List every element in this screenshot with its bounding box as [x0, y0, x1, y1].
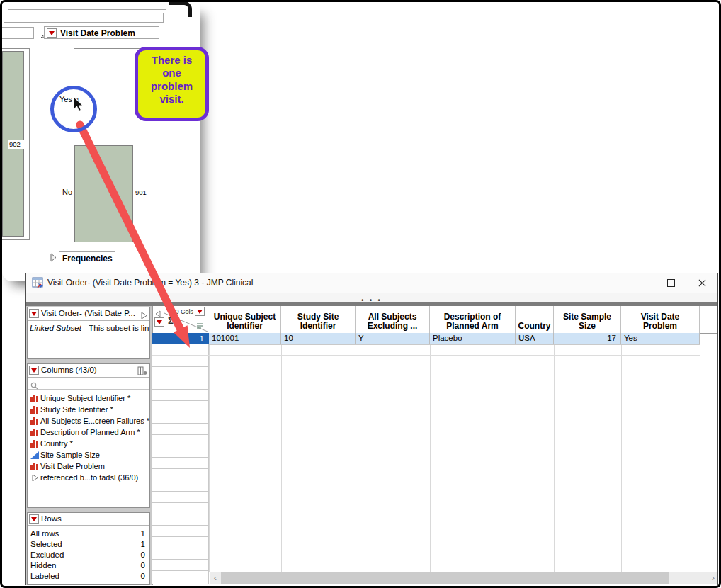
column-item-label: Study Site Identifier *: [40, 405, 113, 414]
red-triangle-menu-icon[interactable]: [29, 309, 39, 318]
minimize-button[interactable]: [624, 273, 655, 293]
table-panel-header[interactable]: Visit Order- (Visit Date P...: [28, 307, 149, 321]
window-title: Visit Order- (Visit Date Problem = Yes) …: [47, 273, 253, 293]
row-order-icon[interactable]: [196, 320, 205, 332]
cell-country[interactable]: USA: [516, 333, 554, 344]
cell-all-subjects-excluding[interactable]: Y: [356, 333, 430, 344]
frequencies-box[interactable]: Frequencies: [59, 251, 115, 264]
columns-view-icon[interactable]: [137, 366, 147, 378]
nominal-column-icon: [29, 462, 40, 470]
red-triangle-menu-icon[interactable]: [29, 514, 39, 524]
column-header-label: Description of Planned Arm: [444, 312, 501, 331]
adjacent-bar-label-bg: 902: [8, 140, 26, 149]
column-item-label: Country *: [40, 439, 73, 448]
cell-site-sample-size[interactable]: 17: [554, 333, 621, 344]
grid-line: [554, 344, 555, 572]
table-row[interactable]: 101001 10 Y Placebo USA 17 Yes: [209, 333, 700, 345]
nominal-column-icon: [29, 394, 40, 402]
red-triangle-menu-icon[interactable]: [195, 307, 205, 316]
column-header-label: Study Site Identifier: [297, 312, 339, 331]
scrollbar-thumb[interactable]: [221, 572, 669, 584]
column-item[interactable]: Country *: [28, 438, 149, 449]
window-titlebar[interactable]: Visit Order- (Visit Date Problem = Yes) …: [26, 273, 717, 293]
sigma-icon[interactable]: Σ: [168, 315, 174, 326]
column-item[interactable]: Study Site Identifier *: [28, 404, 149, 415]
column-group-item[interactable]: referenced b...to tadsl (36/0): [28, 472, 149, 483]
cell-description-of-planned-arm[interactable]: Placebo: [430, 333, 516, 344]
maximize-button[interactable]: [655, 273, 686, 293]
column-item[interactable]: All Subjects E...creen Failures *: [28, 415, 149, 426]
report-header-box: Visit Date Problem: [44, 26, 159, 39]
horizontal-scrollbar[interactable]: ‹ ›: [210, 572, 717, 584]
grid-line: [621, 344, 622, 572]
stat-label: Excluded: [30, 550, 64, 559]
column-item[interactable]: Visit Date Problem: [28, 460, 149, 472]
scroll-right-button[interactable]: ›: [708, 572, 719, 584]
report-title: Visit Date Problem: [60, 28, 135, 38]
column-item-label: All Subjects E...creen Failures *: [40, 417, 149, 425]
column-header[interactable]: Unique Subject Identifier: [209, 306, 281, 333]
rows-stat: All rows1: [28, 528, 149, 538]
grid-line: [516, 344, 516, 572]
row-number-margin: [152, 333, 209, 584]
stat-value: 0: [141, 550, 145, 559]
column-item-label: Unique Subject Identifier *: [40, 394, 130, 402]
search-icon: [30, 380, 38, 392]
stat-label: All rows: [30, 529, 59, 538]
disclosure-right-icon: [29, 474, 40, 482]
close-icon: [698, 279, 706, 287]
rows-panel-title: Rows: [41, 514, 62, 523]
column-item[interactable]: Description of Planned Arm *: [28, 426, 149, 438]
rows-panel: Rows All rows1 Selected1 Excluded0 Hidde…: [27, 512, 150, 585]
partial-box-second: [4, 13, 164, 23]
column-header[interactable]: All Subjects Excluding ...: [356, 306, 430, 333]
row-number-cell[interactable]: 1: [152, 333, 209, 344]
rows-stat: Labeled0: [28, 570, 149, 581]
column-item[interactable]: Unique Subject Identifier *: [28, 392, 149, 404]
columns-panel-header[interactable]: Columns (43/0): [28, 364, 149, 378]
column-header-label: Site Sample Size: [554, 312, 620, 331]
columns-panel-title: Columns (43/0): [41, 366, 97, 374]
red-triangle-menu-icon[interactable]: [154, 317, 164, 327]
nominal-column-icon: [29, 417, 40, 425]
rows-stat: Selected1: [28, 538, 149, 549]
callout-annotation: There is one problem visit.: [135, 47, 209, 121]
scroll-left-button[interactable]: ‹: [210, 572, 221, 584]
disclosure-right-icon[interactable]: [50, 252, 57, 265]
table-panel: Visit Order- (Visit Date P... Linked Sub…: [27, 307, 150, 359]
frequencies-label: Frequencies: [62, 254, 113, 264]
nominal-column-icon: [29, 405, 40, 414]
grid-line: [356, 344, 356, 572]
column-item-label: Description of Planned Arm *: [40, 428, 140, 436]
partial-box-top: [8, 1, 166, 10]
column-header[interactable]: Site Sample Size: [554, 306, 621, 333]
mouse-cursor-icon: [73, 96, 85, 115]
stat-value: 0: [141, 561, 145, 570]
column-item[interactable]: Site Sample Size: [28, 449, 149, 460]
toolbar-overflow-strip[interactable]: • • •: [26, 293, 717, 302]
red-triangle-menu-icon[interactable]: [47, 28, 57, 38]
rows-stat: Hidden0: [28, 560, 149, 570]
close-button[interactable]: [686, 273, 717, 293]
no-bar[interactable]: [74, 145, 133, 242]
column-item-label: Visit Date Problem: [40, 462, 105, 470]
cell-study-site-identifier[interactable]: 10: [281, 333, 356, 344]
data-table-icon: [32, 277, 45, 291]
column-header[interactable]: Visit Date Problem: [621, 306, 700, 333]
column-header[interactable]: Study Site Identifier: [281, 306, 356, 333]
cell-unique-subject-identifier[interactable]: 101001: [209, 333, 281, 344]
column-header[interactable]: Description of Planned Arm: [430, 306, 516, 333]
column-search-box[interactable]: [28, 378, 149, 390]
rows-panel-header[interactable]: Rows: [28, 513, 149, 526]
red-triangle-menu-icon[interactable]: [29, 366, 39, 375]
grid-line: [430, 344, 431, 572]
column-header-label: Visit Date Problem: [641, 312, 679, 331]
column-header[interactable]: Country: [516, 306, 554, 333]
adjacent-bar-count: 902: [9, 140, 21, 148]
jmp-clinical-window: Visit Order- (Visit Date Problem = Yes) …: [25, 273, 718, 585]
stat-value: 1: [141, 540, 145, 548]
stat-label: Hidden: [30, 561, 56, 570]
column-header-label: Unique Subject Identifier: [214, 312, 276, 331]
stat-label: Selected: [30, 540, 62, 548]
cell-visit-date-problem[interactable]: Yes: [621, 333, 700, 344]
